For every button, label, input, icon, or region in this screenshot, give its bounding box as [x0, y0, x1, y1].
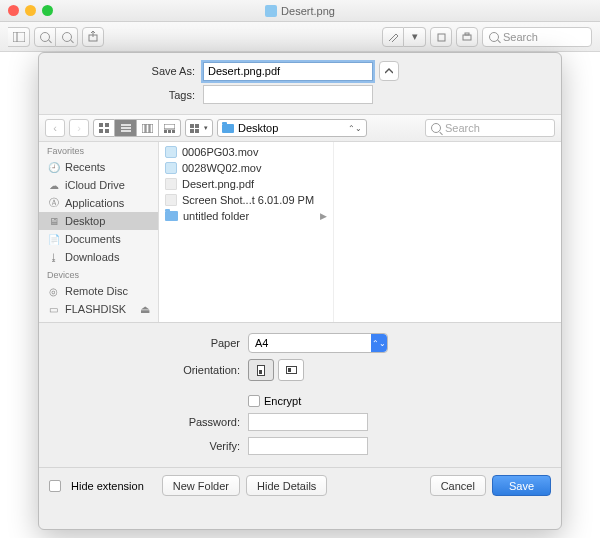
- svg-rect-23: [190, 129, 194, 133]
- sidebar-item-flashdisk[interactable]: ▭FLASHDISK⏏: [39, 300, 158, 318]
- sidebar-item-documents[interactable]: 📄Documents: [39, 230, 158, 248]
- browser-search[interactable]: Search: [425, 119, 555, 137]
- collapse-button[interactable]: [379, 61, 399, 81]
- sidebar-item-label: Documents: [65, 233, 121, 245]
- toolbox-button[interactable]: [456, 27, 478, 47]
- paper-select[interactable]: A4 ⌃⌄: [248, 333, 388, 353]
- encrypt-checkbox[interactable]: [248, 395, 260, 407]
- zoom-out-button[interactable]: [34, 27, 56, 47]
- forward-button[interactable]: ›: [69, 119, 89, 137]
- markup-button[interactable]: [382, 27, 404, 47]
- window-title-text: Desert.png: [281, 5, 335, 17]
- cancel-button[interactable]: Cancel: [430, 475, 486, 496]
- search-icon: [431, 123, 441, 133]
- pdf-icon: [165, 178, 177, 190]
- file-row[interactable]: Screen Shot...t 6.01.09 PM: [159, 192, 333, 208]
- window-title: Desert.png: [0, 5, 600, 17]
- sidebar-item-icloud[interactable]: ☁iCloud Drive: [39, 176, 158, 194]
- button-label: Cancel: [441, 480, 475, 492]
- main-toolbar: ▾ Search: [0, 22, 600, 52]
- file-name: 0006PG03.mov: [182, 146, 258, 158]
- sidebar-item-label: iCloud Drive: [65, 179, 125, 191]
- svg-rect-24: [195, 129, 199, 133]
- location-popup[interactable]: Desktop ⌃⌄: [217, 119, 367, 137]
- group-by-button[interactable]: ▾: [185, 119, 213, 137]
- folder-icon: [222, 124, 234, 133]
- orientation-label: Orientation:: [53, 364, 248, 376]
- password-input[interactable]: [248, 413, 368, 431]
- list-view-button[interactable]: [115, 119, 137, 137]
- sidebar-section-devices: Devices: [39, 266, 158, 282]
- svg-rect-20: [172, 130, 175, 133]
- sidebar-item-downloads[interactable]: ⭳Downloads: [39, 248, 158, 266]
- sidebar-item-label: Recents: [65, 161, 105, 173]
- sidebar-item-recents[interactable]: 🕘Recents: [39, 158, 158, 176]
- eject-icon[interactable]: ⏏: [140, 303, 150, 316]
- zoom-in-button[interactable]: [56, 27, 78, 47]
- save-as-label: Save As:: [53, 65, 203, 77]
- toolbar-search[interactable]: Search: [482, 27, 592, 47]
- browser-toolbar: ‹ › ▾ Desktop ⌃⌄ Search: [39, 114, 561, 142]
- sidebar: Favorites 🕘Recents ☁iCloud Drive ⒶApplic…: [39, 142, 159, 322]
- browser-search-placeholder: Search: [445, 122, 480, 134]
- file-column: 0006PG03.mov 0028WQ02.mov Desert.png.pdf…: [159, 142, 334, 322]
- image-icon: [165, 194, 177, 206]
- svg-rect-7: [99, 123, 103, 127]
- orientation-landscape-button[interactable]: [278, 359, 304, 381]
- paper-value: A4: [255, 337, 268, 349]
- sidebar-item-label: Applications: [65, 197, 124, 209]
- chevron-updown-icon: ⌃⌄: [371, 334, 387, 352]
- sidebar-item-remotedisc[interactable]: ◎Remote Disc: [39, 282, 158, 300]
- verify-input[interactable]: [248, 437, 368, 455]
- file-row[interactable]: Desert.png.pdf: [159, 176, 333, 192]
- chevron-right-icon: ▶: [320, 211, 327, 221]
- desktop-icon: 🖥: [47, 216, 60, 227]
- svg-rect-17: [164, 124, 175, 129]
- svg-rect-18: [164, 130, 167, 133]
- share-button[interactable]: [82, 27, 104, 47]
- save-as-input[interactable]: [203, 62, 373, 81]
- column-view-button[interactable]: [137, 119, 159, 137]
- save-button[interactable]: Save: [492, 475, 551, 496]
- file-browser: Favorites 🕘Recents ☁iCloud Drive ⒶApplic…: [39, 142, 561, 322]
- documents-icon: 📄: [47, 234, 60, 245]
- save-sheet: Save As: Tags: ‹ › ▾ Desktop ⌃⌄: [38, 52, 562, 530]
- svg-rect-4: [438, 34, 445, 41]
- new-folder-button[interactable]: New Folder: [162, 475, 240, 496]
- password-label: Password:: [53, 416, 248, 428]
- landscape-icon: [286, 366, 297, 374]
- hide-details-button[interactable]: Hide Details: [246, 475, 327, 496]
- markup-menu-button[interactable]: ▾: [404, 27, 426, 47]
- gallery-view-button[interactable]: [159, 119, 181, 137]
- icon-view-button[interactable]: [93, 119, 115, 137]
- sidebar-item-label: Remote Disc: [65, 285, 128, 297]
- app-icon: Ⓐ: [47, 198, 60, 209]
- sidebar-item-applications[interactable]: ⒶApplications: [39, 194, 158, 212]
- svg-rect-22: [195, 124, 199, 128]
- file-row[interactable]: 0028WQ02.mov: [159, 160, 333, 176]
- chevron-updown-icon: ⌃⌄: [348, 124, 362, 133]
- button-label: Hide Details: [257, 480, 316, 492]
- tags-input[interactable]: [203, 85, 373, 104]
- svg-rect-8: [105, 123, 109, 127]
- location-label: Desktop: [238, 122, 278, 134]
- disc-icon: ◎: [47, 286, 60, 297]
- file-row[interactable]: 0006PG03.mov: [159, 144, 333, 160]
- svg-rect-10: [105, 129, 109, 133]
- rotate-button[interactable]: [430, 27, 452, 47]
- svg-rect-14: [142, 124, 145, 133]
- folder-icon: [165, 211, 178, 221]
- svg-rect-15: [146, 124, 149, 133]
- file-name: Desert.png.pdf: [182, 178, 254, 190]
- file-name: untitled folder: [183, 210, 249, 222]
- back-button[interactable]: ‹: [45, 119, 65, 137]
- sidebar-toggle-button[interactable]: [8, 27, 30, 47]
- file-row[interactable]: untitled folder▶: [159, 208, 333, 224]
- orientation-portrait-button[interactable]: [248, 359, 274, 381]
- clock-icon: 🕘: [47, 162, 60, 173]
- svg-rect-0: [13, 32, 25, 42]
- movie-icon: [165, 146, 177, 158]
- sidebar-item-desktop[interactable]: 🖥Desktop: [39, 212, 158, 230]
- svg-rect-9: [99, 129, 103, 133]
- hide-extension-checkbox[interactable]: [49, 480, 61, 492]
